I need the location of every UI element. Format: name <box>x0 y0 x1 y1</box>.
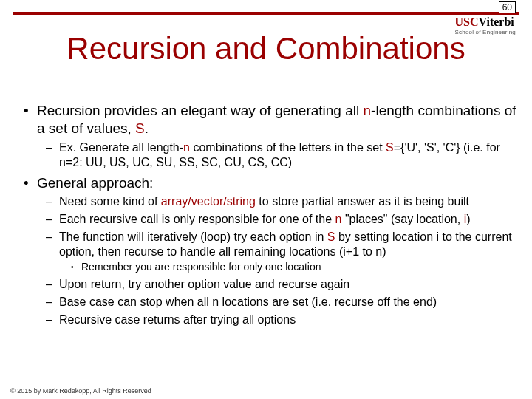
slide-title: Recursion and Combinations <box>0 31 532 66</box>
bullet-2: General approach: Need some kind of arra… <box>21 174 519 327</box>
bullet-1-text: Recursion provides an elegant way of gen… <box>37 103 516 136</box>
bullet-2-text: General approach: <box>37 175 153 191</box>
page-number: 60 <box>499 1 516 13</box>
bullet-1-sub-1: Ex. Generate all length-n combinations o… <box>37 140 519 170</box>
bullet-2-sub-3-sub-1: Remember you are responsible for only on… <box>59 261 519 274</box>
bullet-1: Recursion provides an elegant way of gen… <box>21 102 519 170</box>
bullet-2-sub-5: Base case can stop when all n locations … <box>37 295 519 310</box>
body-content: Recursion provides an elegant way of gen… <box>21 102 519 332</box>
logo-usc: USC <box>455 16 479 28</box>
bullet-2-sub-4: Upon return, try another option value an… <box>37 277 519 292</box>
bullet-2-sub-3: The function will iteratively (loop) try… <box>37 230 519 274</box>
header-rule <box>13 12 519 15</box>
bullet-2-sub-6: Recursive case returns after trying all … <box>37 313 519 327</box>
bullet-2-sub-2: Each recursive call is only responsible … <box>37 212 519 227</box>
bullet-2-sub-1: Need some kind of array/vector/string to… <box>37 194 519 209</box>
copyright-footer: © 2015 by Mark Redekopp, All Rights Rese… <box>10 387 151 395</box>
logo-viterbi: Viterbi <box>479 16 514 28</box>
slide: 60 USCViterbi School of Engineering Recu… <box>0 0 532 399</box>
